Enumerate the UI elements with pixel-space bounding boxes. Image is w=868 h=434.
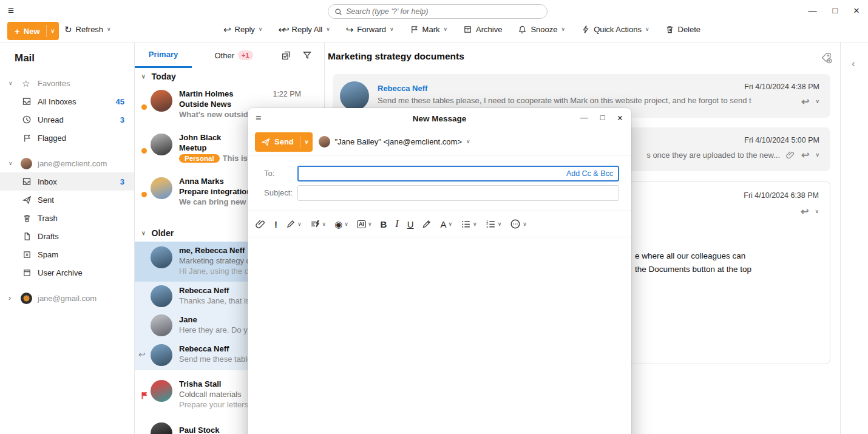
global-search[interactable] (328, 4, 548, 19)
send-dropdown-icon[interactable]: ∨ (300, 139, 313, 145)
quick-actions-button[interactable]: Quick Actions∨ (581, 25, 649, 34)
titlebar: ≡ — □ × (0, 0, 868, 19)
bold-button[interactable]: B (380, 219, 387, 229)
expand-panel-icon[interactable]: ‹ (852, 58, 855, 70)
attach-button[interactable] (256, 219, 266, 229)
flagged-icon (140, 391, 149, 400)
filter-icon[interactable] (302, 50, 312, 61)
reply-all-button[interactable]: ↩↩ Reply All∨ (278, 25, 330, 34)
sidebar-item-sent[interactable]: Sent (0, 191, 134, 209)
mark-button[interactable]: Mark∨ (410, 25, 447, 34)
numbered-list-button[interactable]: 123∨ (486, 219, 502, 229)
from-selector[interactable]: "Jane Bailey" <jane@emclient.com> ∨ (319, 136, 470, 147)
reply-icon[interactable]: ↩ (801, 96, 809, 107)
ai-assistant-button[interactable]: AI∨ (357, 220, 372, 228)
sidebar-item-all-inboxes[interactable]: All Inboxes 45 (0, 92, 134, 110)
flag-icon (410, 25, 419, 34)
delete-button[interactable]: Delete (665, 25, 701, 34)
search-icon (334, 8, 342, 16)
to-input[interactable] (299, 167, 566, 180)
favorites-group[interactable]: ∨ ☆ Favorites (0, 74, 134, 92)
compose-maximize-icon[interactable]: □ (600, 113, 605, 124)
send-plane-icon (262, 138, 270, 146)
close-icon[interactable]: × (853, 5, 860, 16)
tracking-button[interactable]: ◉∨ (334, 220, 348, 229)
send-button[interactable]: Send ∨ (255, 132, 313, 152)
format-painter-button[interactable] (422, 219, 432, 229)
new-dropdown-icon[interactable]: ∨ (47, 28, 59, 34)
archive-icon (22, 268, 32, 277)
sidebar-item-unread[interactable]: Unread 3 (0, 110, 134, 129)
archive-icon (463, 25, 472, 34)
main-toolbar: +New ∨ ↻ Refresh ∨ ↩ Reply∨ ↩↩ Reply All… (0, 19, 868, 42)
refresh-button[interactable]: ↻ Refresh ∨ (64, 25, 111, 34)
sidebar-item-drafts[interactable]: Drafts (0, 227, 134, 245)
message-actions-icon[interactable]: ∨ (815, 99, 819, 104)
maximize-icon[interactable]: □ (833, 6, 838, 15)
sidebar-item-inbox[interactable]: Inbox 3 (0, 172, 134, 191)
tab-primary[interactable]: Primary (135, 42, 192, 68)
compose-menu-icon[interactable]: ≡ (256, 113, 261, 124)
snooze-button[interactable]: Snooze∨ (518, 25, 565, 34)
quick-text-button[interactable]: ∨ (310, 219, 327, 229)
avatar (151, 344, 172, 366)
signature-button[interactable]: ∨ (286, 219, 302, 229)
trash-icon (665, 25, 674, 34)
account-avatar (21, 158, 32, 169)
avatar (151, 314, 172, 336)
message-actions-icon[interactable]: ∨ (815, 209, 819, 214)
reply-icon[interactable]: ↩ (801, 149, 809, 161)
right-sidebar-strip: ‹ (841, 42, 868, 434)
compose-titlebar: ≡ New Message — □ × (248, 108, 631, 129)
reply-button[interactable]: ↩ Reply∨ (223, 25, 262, 34)
window-controls: — □ × (795, 4, 868, 17)
font-color-button[interactable]: A∨ (440, 220, 452, 229)
pen-icon (286, 219, 296, 229)
message-sender[interactable]: Rebecca Neff (378, 84, 427, 93)
minimize-icon[interactable]: — (809, 6, 817, 15)
add-tag-icon[interactable] (821, 52, 832, 64)
list-tabbar: Primary Other +1 (135, 42, 324, 68)
star-icon: ☆ (22, 78, 32, 88)
to-row: To: Add Cc & Bcc (248, 166, 619, 181)
forward-button[interactable]: ↪ Forward∨ (346, 25, 394, 34)
paperclip-icon (256, 219, 266, 229)
more-options-button[interactable]: ∨ (510, 219, 527, 229)
reply-icon[interactable]: ↩ (801, 206, 809, 217)
account-gmail[interactable]: › jane@gmail.com (0, 289, 134, 307)
page-icon (22, 231, 32, 241)
collapse-icon[interactable]: ∨ (8, 80, 13, 86)
new-button[interactable]: +New ∨ (7, 22, 59, 40)
thread-title: Marketing strategy documents (328, 51, 464, 62)
unread-dot (141, 148, 147, 154)
underline-button[interactable]: U (407, 219, 414, 229)
add-cc-bcc-link[interactable]: Add Cc & Bcc (566, 169, 618, 178)
compose-close-icon[interactable]: × (617, 113, 623, 124)
expand-icon[interactable]: › (8, 294, 11, 302)
section-today[interactable]: ∨Today (135, 68, 324, 85)
inbox-icon (22, 177, 32, 186)
more-icon (510, 219, 521, 229)
search-input[interactable] (346, 7, 541, 16)
spam-icon (22, 249, 32, 259)
account-emclient[interactable]: ∨ jane@emclient.com (0, 154, 134, 172)
sidebar-item-spam[interactable]: Spam (0, 245, 134, 263)
from-dropdown-icon[interactable]: ∨ (466, 139, 470, 144)
compose-minimize-icon[interactable]: — (580, 113, 588, 124)
sidebar-item-flagged[interactable]: Flagged (0, 129, 134, 147)
archive-button[interactable]: Archive (463, 25, 502, 34)
app-menu-icon[interactable]: ≡ (8, 5, 14, 17)
tab-other[interactable]: Other +1 (200, 42, 267, 68)
collapse-icon[interactable]: ∨ (8, 160, 13, 166)
sidebar-item-trash[interactable]: Trash (0, 209, 134, 227)
message-actions-icon[interactable]: ∨ (815, 152, 819, 158)
importance-button[interactable]: ! (274, 220, 277, 229)
eye-icon: ◉ (334, 220, 342, 229)
bell-icon (518, 25, 527, 34)
subject-input[interactable] (298, 186, 619, 200)
bullet-list-button[interactable]: ∨ (461, 219, 477, 229)
compose-body[interactable] (248, 237, 631, 434)
select-messages-icon[interactable] (281, 50, 291, 61)
italic-button[interactable]: I (395, 219, 398, 229)
sidebar-item-user-archive[interactable]: User Archive (0, 263, 134, 282)
